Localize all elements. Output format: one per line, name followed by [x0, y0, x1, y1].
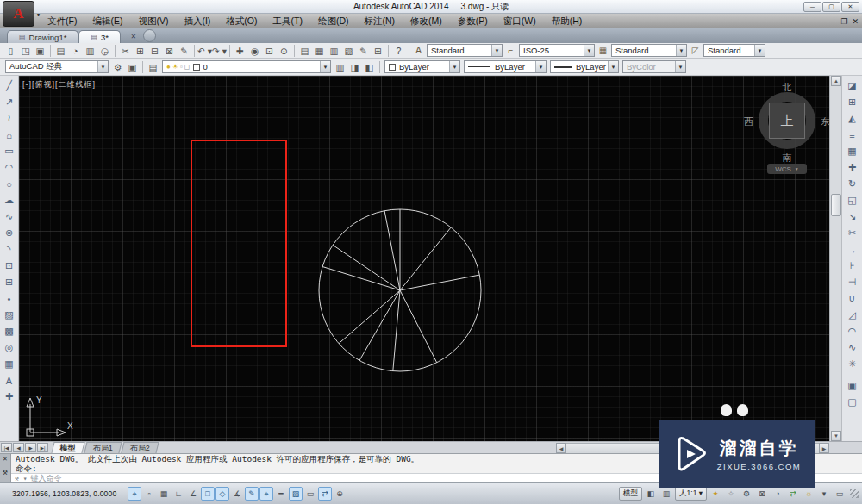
model-space-button[interactable]: 模型: [619, 487, 642, 501]
layout-nav-button-2[interactable]: ◀: [13, 443, 24, 452]
circle-radial-line[interactable]: [339, 290, 400, 344]
annotation-scale-button[interactable]: 人1:1 ▾: [675, 487, 707, 501]
menu-item-1[interactable]: 文件(F): [40, 14, 84, 28]
command-window-grip[interactable]: ✕ ⚒: [0, 454, 11, 483]
lineweight-combo[interactable]: ByLayer ▼: [550, 60, 619, 73]
scroll-up-icon[interactable]: ▲: [831, 76, 841, 86]
rectangle-icon[interactable]: ▭: [2, 143, 17, 159]
join-icon[interactable]: ∪: [845, 290, 860, 307]
zoom-previous-icon[interactable]: ⊙: [277, 44, 291, 58]
layer-states-icon[interactable]: ▥: [333, 60, 347, 74]
layout-tab-布局1[interactable]: 布局1: [84, 442, 122, 453]
viewcube-top-face[interactable]: 上: [769, 103, 805, 139]
menu-item-6[interactable]: 工具(T): [265, 14, 310, 28]
dynamic-ucs-toggle[interactable]: ✎: [245, 487, 259, 501]
viewcube-south-label[interactable]: 南: [751, 152, 823, 165]
designcenter-icon[interactable]: ▦: [312, 44, 327, 58]
ungroup-icon[interactable]: ▢: [845, 394, 860, 410]
gradient-icon[interactable]: ▩: [2, 323, 17, 339]
quick-view-layouts-icon[interactable]: ◧: [644, 487, 658, 501]
table-icon[interactable]: ▦: [2, 356, 17, 372]
mdi-restore-button[interactable]: ❐: [840, 17, 847, 26]
layout-nav-button-4[interactable]: ▶|: [37, 443, 48, 452]
window-resize-grip[interactable]: [850, 489, 859, 498]
erase-icon[interactable]: ◪: [845, 78, 860, 94]
combo-arrow-icon[interactable]: ▼: [491, 45, 502, 56]
object-snap-tracking-toggle[interactable]: ∡: [230, 487, 244, 501]
workspace-switching-icon[interactable]: ⚙: [740, 487, 753, 501]
coordinates-readout[interactable]: 3207.1956, 1203.0823, 0.0000: [12, 489, 122, 498]
zoom-realtime-icon[interactable]: ◉: [247, 44, 262, 58]
clean-screen-button[interactable]: ▭: [833, 487, 846, 501]
spline-icon[interactable]: ∿: [2, 208, 17, 225]
ellipse-icon[interactable]: ⊜: [2, 225, 17, 241]
vertical-scroll-thumb[interactable]: [831, 194, 841, 216]
workspace-settings-icon[interactable]: ⚙: [110, 60, 125, 74]
construction-line-icon[interactable]: ↗: [2, 94, 17, 110]
grid-display-toggle[interactable]: ▦: [157, 487, 171, 501]
pan-icon[interactable]: ✚: [233, 44, 247, 58]
menu-item-11[interactable]: 窗口(W): [496, 14, 544, 28]
layer-combo[interactable]: ●☀▫◻ 0 ▼: [162, 60, 331, 73]
mleader-style-combo[interactable]: Standard▼: [703, 44, 765, 57]
table-style-combo[interactable]: Standard▼: [611, 44, 687, 57]
mirror-icon[interactable]: ◭: [845, 110, 860, 127]
wcs-menu[interactable]: WCS▼: [767, 164, 807, 174]
new-drawing-button[interactable]: [143, 29, 156, 42]
publish-icon[interactable]: ▥: [83, 44, 97, 58]
menu-item-10[interactable]: 参数(P): [450, 14, 496, 28]
paste-icon[interactable]: ⊟: [147, 44, 162, 58]
ellipse-arc-icon[interactable]: ◝: [2, 241, 17, 258]
circle-radial-line[interactable]: [333, 245, 400, 290]
workspace-combo[interactable]: AutoCAD 经典▼: [5, 60, 109, 73]
layer-previous-icon[interactable]: ◨: [347, 60, 362, 74]
menu-item-12[interactable]: 帮助(H): [544, 14, 590, 28]
hatch-icon[interactable]: ▨: [2, 307, 17, 323]
circle-radial-line[interactable]: [393, 290, 400, 371]
offset-icon[interactable]: ≡: [845, 127, 860, 143]
circle-radial-line[interactable]: [359, 290, 400, 360]
ortho-mode-toggle[interactable]: ∟: [172, 487, 185, 501]
mdi-minimize-button[interactable]: ─: [831, 17, 836, 26]
transparency-toggle[interactable]: ▨: [289, 487, 303, 501]
application-menu-button[interactable]: A ▾: [3, 1, 34, 27]
selection-cycling-toggle[interactable]: ⇄: [318, 487, 332, 501]
plot-icon[interactable]: ▤: [53, 44, 68, 58]
command-close-icon[interactable]: ✕: [3, 456, 8, 463]
menu-item-3[interactable]: 视图(V): [130, 14, 176, 28]
combo-arrow-icon[interactable]: ▼: [449, 61, 459, 72]
snap-mode-toggle[interactable]: ▫: [142, 487, 156, 501]
red-rectangle[interactable]: [191, 140, 286, 346]
polygon-icon[interactable]: ⌂: [2, 127, 17, 143]
menu-item-4[interactable]: 插入(I): [176, 14, 218, 28]
object-snap-toggle[interactable]: □: [201, 487, 215, 501]
move-icon[interactable]: ✚: [845, 159, 860, 176]
point-icon[interactable]: •: [2, 290, 17, 307]
maximize-button[interactable]: ▢: [822, 2, 840, 12]
minimize-button[interactable]: ─: [803, 2, 821, 12]
menu-item-7[interactable]: 绘图(D): [310, 14, 357, 28]
tool-palettes-icon[interactable]: ▥: [327, 44, 341, 58]
file-tab-1[interactable]: ▤Drawing1*: [7, 30, 78, 43]
help-icon[interactable]: ?: [391, 44, 406, 58]
layout-nav-button-1[interactable]: |◀: [1, 443, 12, 452]
save-icon[interactable]: ▣: [33, 44, 47, 58]
markup-icon[interactable]: ✎: [356, 44, 371, 58]
layer-properties-icon[interactable]: ▤: [146, 60, 160, 74]
extend-icon[interactable]: →: [845, 241, 860, 258]
status-menu-arrow-icon[interactable]: ▾: [817, 487, 831, 501]
quickcalc-icon[interactable]: ⊞: [371, 44, 385, 58]
arc-icon[interactable]: ◠: [2, 159, 17, 176]
command-input-icon[interactable]: ⚒ ▾: [15, 475, 27, 482]
menu-item-9[interactable]: 修改(M): [403, 14, 450, 28]
insert-block-icon[interactable]: ⊡: [2, 258, 17, 274]
tab-close-icon[interactable]: ✕: [128, 30, 140, 42]
circle-icon[interactable]: ○: [2, 176, 17, 192]
model-space-canvas[interactable]: [-][俯视][二维线框] YX 上 北 南 西 东 WCS▼: [19, 76, 829, 441]
circle-radial-line[interactable]: [400, 275, 479, 290]
combo-arrow-icon[interactable]: ▼: [584, 45, 594, 56]
redo-icon[interactable]: ↷ ▾: [212, 44, 227, 58]
dim-style-combo[interactable]: ISO-25▼: [519, 44, 595, 57]
revision-cloud-icon[interactable]: ☁: [2, 192, 17, 208]
combo-arrow-icon[interactable]: ▼: [320, 61, 330, 72]
